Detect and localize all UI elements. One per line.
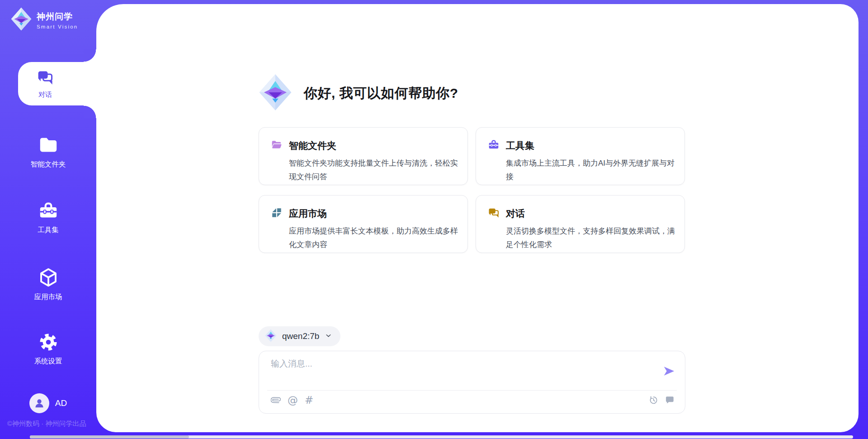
sidebar-item-label: 系统设置 xyxy=(34,357,62,366)
greeting-diamond-icon xyxy=(259,74,292,113)
card-chat[interactable]: 对话 灵活切换多模型文件，支持多样回复效果调试，满足个性化需求 xyxy=(476,195,685,253)
greeting: 你好, 我可以如何帮助你? xyxy=(259,74,685,113)
chevron-down-icon xyxy=(325,332,332,341)
main-panel: 你好, 我可以如何帮助你? 智能文件夹 智能文件夹功能支持批量文件上传与清洗，轻… xyxy=(96,4,859,432)
copyright-text: ©神州数码 · 神州问学出品 xyxy=(7,420,86,428)
folder-open-icon xyxy=(271,139,283,153)
horizontal-scrollbar-thumb[interactable] xyxy=(30,435,189,439)
card-toolset[interactable]: 工具集 集成市场上主流工具，助力AI与外界无缝扩展与对接 xyxy=(476,127,685,185)
history-icon[interactable] xyxy=(648,395,658,405)
mention-icon[interactable]: @ xyxy=(288,395,298,405)
toolbox-icon xyxy=(38,200,59,223)
composer-divider xyxy=(267,390,677,391)
sidebar-item-smart-folder[interactable]: 智能文件夹 xyxy=(0,135,96,169)
sidebar-item-label: 对话 xyxy=(38,91,52,99)
card-title: 应用市场 xyxy=(289,207,327,220)
sidebar-item-label: 工具集 xyxy=(38,225,59,235)
tab-fillet-top xyxy=(84,49,96,62)
card-description: 智能文件夹功能支持批量文件上传与清洗，轻松实现文件问答 xyxy=(289,157,464,184)
card-description: 集成市场上主流工具，助力AI与外界无缝扩展与对接 xyxy=(506,157,681,184)
user-profile[interactable]: AD xyxy=(0,393,96,413)
chat-bubbles-icon xyxy=(488,207,500,220)
sidebar-item-label: 智能文件夹 xyxy=(31,160,66,169)
avatar xyxy=(29,393,49,413)
tab-fillet-bottom xyxy=(84,105,96,118)
hashtag-icon[interactable]: # xyxy=(305,395,313,405)
cube-icon xyxy=(38,267,59,290)
sidebar-item-chat[interactable]: 对话 xyxy=(18,62,96,105)
brand-diamond-icon xyxy=(11,7,32,33)
user-name: AD xyxy=(55,398,67,408)
greeting-title: 你好, 我可以如何帮助你? xyxy=(304,84,458,103)
app-logo: 神州问学 Smart Vision xyxy=(11,7,78,33)
model-selector[interactable]: qwen2:7b xyxy=(259,326,340,346)
toolbox-icon xyxy=(488,139,500,153)
message-input[interactable] xyxy=(271,359,662,369)
horizontal-scrollbar[interactable] xyxy=(30,435,853,439)
card-app-market[interactable]: 应用市场 应用市场提供丰富长文本模板，助力高效生成多样化文章内容 xyxy=(259,195,468,253)
sidebar-item-settings[interactable]: 系统设置 xyxy=(0,332,96,366)
card-description: 灵活切换多模型文件，支持多样回复效果调试，满足个性化需求 xyxy=(506,224,681,252)
folder-icon xyxy=(38,135,59,157)
sidebar-item-toolset[interactable]: 工具集 xyxy=(0,200,96,235)
grid-cube-icon xyxy=(271,207,283,220)
comment-icon[interactable] xyxy=(665,395,675,405)
card-title: 对话 xyxy=(506,207,525,220)
sidebar-item-app-market[interactable]: 应用市场 xyxy=(0,267,96,302)
card-description: 应用市场提供丰富长文本模板，助力高效生成多样化文章内容 xyxy=(289,224,464,252)
app-root: { "app": { "title": "神州问学", "subtitle": … xyxy=(0,0,868,439)
shortcut-cards: 智能文件夹 智能文件夹功能支持批量文件上传与清洗，轻松实现文件问答 xyxy=(259,127,685,253)
chat-bubbles-icon xyxy=(37,69,54,88)
send-icon[interactable] xyxy=(662,364,676,378)
card-title: 工具集 xyxy=(506,139,534,152)
paperclip-icon[interactable] xyxy=(271,395,281,405)
gear-icon xyxy=(38,332,59,354)
card-title: 智能文件夹 xyxy=(289,139,336,152)
model-name: qwen2:7b xyxy=(282,331,319,341)
message-composer: @ # xyxy=(259,351,685,414)
app-title: 神州问学 xyxy=(37,11,78,23)
sidebar-item-label: 应用市场 xyxy=(34,292,62,302)
app-subtitle: Smart Vision xyxy=(37,24,78,29)
model-diamond-icon xyxy=(265,329,277,344)
card-smart-folder[interactable]: 智能文件夹 智能文件夹功能支持批量文件上传与清洗，轻松实现文件问答 xyxy=(259,127,468,185)
